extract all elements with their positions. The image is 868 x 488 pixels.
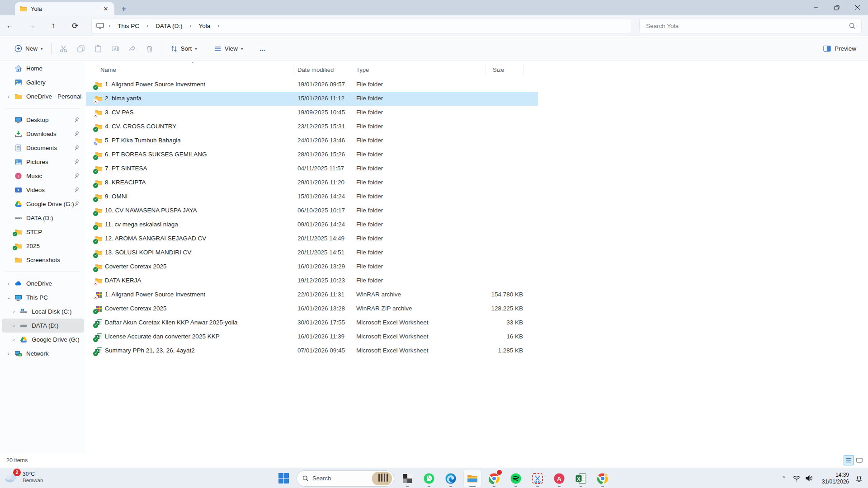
- breadcrumb-data-d[interactable]: DATA (D:): [153, 21, 185, 31]
- close-window-button[interactable]: [847, 0, 868, 15]
- file-row-9[interactable]: ✓9. OMNI15/01/2026 14:24File folder: [86, 190, 538, 204]
- explorer-tab[interactable]: Yola ✕: [15, 2, 114, 15]
- sidebar-item-onedrive[interactable]: ›OneDrive: [2, 277, 84, 291]
- new-button[interactable]: New▾: [10, 42, 47, 56]
- sidebar-item-google-drive-g-[interactable]: Google Drive (G:): [2, 197, 84, 211]
- taskbar-snipping-tool-icon[interactable]: [529, 469, 546, 488]
- taskbar-chrome-profile-icon[interactable]: [594, 469, 611, 488]
- volume-icon[interactable]: [803, 472, 816, 485]
- file-row-20[interactable]: X✓Summary PPh 21, 23, 26, 4ayat207/01/20…: [86, 344, 538, 358]
- sort-button[interactable]: Sort▾: [166, 42, 202, 56]
- file-row-17[interactable]: ✓Coverter Coretax 202516/01/2026 13:28Wi…: [86, 302, 538, 316]
- chevron-right-icon[interactable]: ›: [11, 309, 17, 314]
- rename-icon[interactable]: [107, 41, 124, 56]
- sidebar-item-onedrive-personal[interactable]: ›OneDrive - Personal: [2, 89, 84, 103]
- restore-button[interactable]: [826, 0, 847, 15]
- sidebar-item-data-d-[interactable]: DATA (D:): [2, 211, 84, 225]
- column-date-modified[interactable]: Date modified: [297, 66, 334, 73]
- taskbar-excel-icon[interactable]: X: [572, 469, 590, 488]
- taskbar-file-explorer-icon[interactable]: [464, 469, 481, 488]
- preview-toggle[interactable]: Preview: [818, 42, 862, 55]
- file-row-3[interactable]: ×3. CV PAS19/09/2025 10:45File folder: [86, 106, 538, 120]
- forward-button[interactable]: →: [24, 19, 39, 33]
- column-name[interactable]: Name: [100, 66, 116, 73]
- file-row-11[interactable]: ✓11. cv mega eskalasi niaga09/01/2026 14…: [86, 218, 538, 232]
- navigation-bar: ← → ↑ ⟳ › This PC › DATA (D:) › Yola ›: [0, 15, 868, 36]
- tray-overflow-icon[interactable]: ⌃: [778, 472, 790, 485]
- breadcrumb-yola[interactable]: Yola: [196, 21, 213, 31]
- see-more-button[interactable]: …: [255, 42, 270, 55]
- paste-icon[interactable]: [90, 41, 107, 56]
- sidebar-item-downloads[interactable]: Downloads: [2, 127, 84, 141]
- minimize-button[interactable]: [806, 0, 826, 15]
- details-view-toggle[interactable]: [844, 455, 854, 465]
- taskbar-search[interactable]: Search: [297, 470, 394, 487]
- file-row-10[interactable]: ✓10. CV NAWASENA PUSPA JAYA06/10/2025 10…: [86, 204, 538, 218]
- file-row-6[interactable]: ✓6. PT BOREAS SUKSES GEMILANG28/01/2026 …: [86, 148, 538, 162]
- file-row-14[interactable]: ✓Coverter Coretax 202516/01/2026 13:29Fi…: [86, 260, 538, 274]
- file-row-16[interactable]: ×1. Allgrand Power Source Investment22/0…: [86, 288, 538, 302]
- pc-icon: [14, 294, 22, 301]
- cut-icon[interactable]: [55, 41, 72, 56]
- file-row-15[interactable]: ×DATA KERJA19/12/2025 10:23File folder: [86, 274, 538, 288]
- taskbar-edge-icon[interactable]: [442, 469, 459, 488]
- sidebar-item-label: Videos: [26, 187, 45, 193]
- share-icon[interactable]: [124, 41, 141, 56]
- file-row-4[interactable]: ✓4. CV. CROSS COUNTRY23/12/2025 15:31Fil…: [86, 120, 538, 134]
- delete-icon[interactable]: [141, 41, 158, 56]
- sidebar-item-data-d-[interactable]: ›DATA (D:): [2, 319, 84, 333]
- column-type[interactable]: Type: [356, 66, 369, 73]
- sidebar-item-google-drive-g-[interactable]: ›Google Drive (G:): [2, 333, 84, 347]
- chevron-right-icon[interactable]: ›: [5, 351, 12, 356]
- up-button[interactable]: ↑: [46, 19, 61, 33]
- notification-bell-icon[interactable]: z: [853, 472, 865, 485]
- search-input[interactable]: [640, 23, 849, 29]
- chevron-right-icon[interactable]: ›: [11, 323, 17, 328]
- file-row-12[interactable]: ✓12. AROMA SANGRAI SEJAGAD CV20/11/2025 …: [86, 232, 538, 246]
- file-row-7[interactable]: ✓7. PT SINTESA04/11/2025 11:57File folde…: [86, 162, 538, 176]
- new-tab-button[interactable]: +: [118, 4, 129, 14]
- sidebar-item-screenshots[interactable]: Screenshots: [2, 253, 84, 267]
- sidebar-item-network[interactable]: ›Network: [2, 347, 84, 361]
- taskbar-chrome-icon[interactable]: [486, 469, 503, 488]
- file-row-8[interactable]: ✓8. KREACIPTA29/01/2026 11:20File folder: [86, 176, 538, 190]
- taskbar-accurate-icon[interactable]: A: [551, 469, 568, 488]
- chevron-right-icon[interactable]: ›: [5, 94, 12, 99]
- file-row-2[interactable]: ×2. bima yanfa15/01/2026 11:12File folde…: [86, 92, 538, 106]
- chevron-right-icon[interactable]: ›: [11, 337, 17, 342]
- copy-icon[interactable]: [72, 41, 90, 56]
- chevron-down-icon[interactable]: ⌄: [5, 295, 12, 300]
- file-row-5[interactable]: ↻5. PT Kika Tumbuh Bahagia24/01/2026 13:…: [86, 134, 538, 148]
- taskbar-photos-app-icon[interactable]: [399, 469, 416, 488]
- sidebar-item-desktop[interactable]: Desktop: [2, 113, 84, 127]
- sidebar-item-pictures[interactable]: Pictures: [2, 155, 84, 169]
- clock[interactable]: 14:39 31/01/2026: [822, 472, 849, 485]
- file-row-18[interactable]: X✓Daftar Akun Coretax Klien KKP Anwar 20…: [86, 316, 538, 330]
- view-button[interactable]: View▾: [210, 42, 248, 56]
- close-tab-icon[interactable]: ✕: [101, 4, 111, 14]
- sidebar-item-2025[interactable]: ✓2025: [2, 239, 84, 253]
- file-row-13[interactable]: ✓13. SOLUSI KOPI MANDIRI CV20/11/2025 14…: [86, 246, 538, 260]
- sidebar-item-gallery[interactable]: Gallery: [2, 75, 84, 89]
- sidebar-item-home[interactable]: Home: [2, 61, 84, 75]
- sidebar-item-step[interactable]: ✓STEP: [2, 225, 84, 239]
- back-button[interactable]: ←: [3, 19, 17, 33]
- sidebar-item-videos[interactable]: Videos: [2, 183, 84, 197]
- weather-widget[interactable]: 2 30°C Berawan: [4, 469, 43, 485]
- file-row-19[interactable]: X✓License Accurate dan converter 2025 KK…: [86, 330, 538, 344]
- taskbar-whatsapp-icon[interactable]: [420, 469, 438, 488]
- sidebar-item-music[interactable]: ♪Music: [2, 169, 84, 183]
- search-icon[interactable]: [849, 23, 856, 29]
- taskbar-spotify-icon[interactable]: [507, 469, 524, 488]
- sidebar-item-local-disk-c-[interactable]: ›Local Disk (C:): [2, 305, 84, 319]
- breadcrumb-this-pc[interactable]: This PC: [115, 21, 142, 31]
- sidebar-item-documents[interactable]: Documents: [2, 141, 84, 155]
- sidebar-item-this-pc[interactable]: ⌄This PC: [2, 291, 84, 305]
- file-row-1[interactable]: ✓1. Allgrand Power Source Investment19/0…: [86, 78, 538, 92]
- thumbnail-view-toggle[interactable]: [854, 455, 864, 465]
- taskbar-start-button[interactable]: [275, 469, 292, 488]
- wifi-icon[interactable]: [790, 472, 803, 485]
- chevron-right-icon[interactable]: ›: [5, 281, 12, 286]
- column-size[interactable]: Size: [493, 66, 504, 73]
- refresh-button[interactable]: ⟳: [68, 19, 82, 33]
